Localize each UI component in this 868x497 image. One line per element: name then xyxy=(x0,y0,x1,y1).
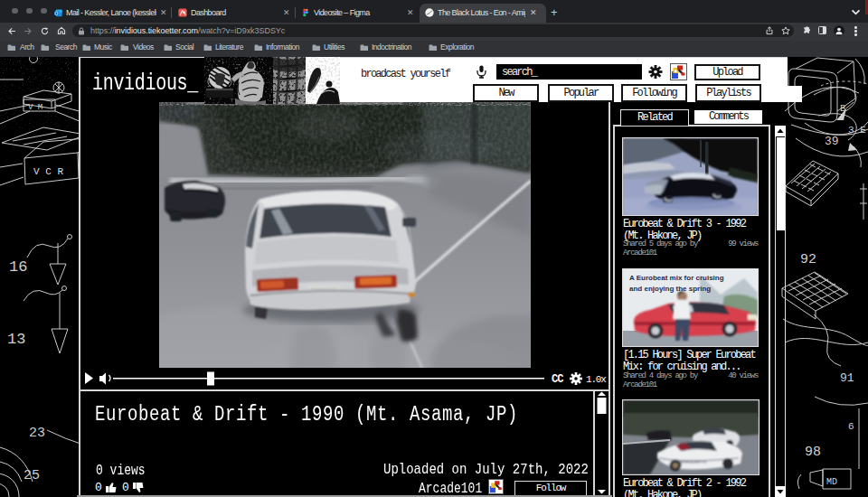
svg-text:0: 0 xyxy=(95,481,102,493)
svg-text:and enjoying the spring: and enjoying the spring xyxy=(629,285,711,293)
svg-text:A Eurobeat mix for cruising: A Eurobeat mix for cruising xyxy=(629,274,724,282)
svg-text:CC: CC xyxy=(552,373,563,386)
svg-text:0: 0 xyxy=(122,481,129,493)
svg-text:1.0x: 1.0x xyxy=(586,374,607,385)
